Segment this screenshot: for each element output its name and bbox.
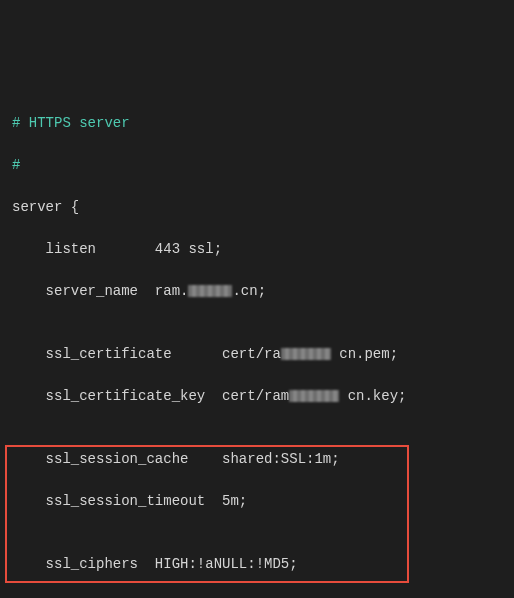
code-line: ssl_certificate_key cert/ram cn.key;: [12, 386, 502, 407]
code-line: ssl_session_cache shared:SSL:1m;: [12, 449, 502, 470]
code-line: ssl_ciphers HIGH:!aNULL:!MD5;: [12, 554, 502, 575]
redacted-icon: [281, 348, 331, 360]
comment-line: # HTTPS server: [12, 113, 502, 134]
code-line: ssl_certificate cert/ra cn.pem;: [12, 344, 502, 365]
code-text: server_name ram.: [12, 283, 188, 299]
code-text: ssl_certificate_key cert/ram: [12, 388, 289, 404]
code-text: cn.pem;: [331, 346, 398, 362]
redacted-icon: [188, 285, 232, 297]
code-line: listen 443 ssl;: [12, 239, 502, 260]
code-text: .cn;: [232, 283, 266, 299]
redacted-icon: [289, 390, 339, 402]
code-line: ssl_session_timeout 5m;: [12, 491, 502, 512]
code-text: cn.key;: [339, 388, 406, 404]
code-line: server {: [12, 197, 502, 218]
code-text: ssl_certificate cert/ra: [12, 346, 281, 362]
code-line: server_name ram..cn;: [12, 281, 502, 302]
comment-line: #: [12, 155, 502, 176]
code-block: # HTTPS server # server { listen 443 ssl…: [12, 92, 502, 598]
